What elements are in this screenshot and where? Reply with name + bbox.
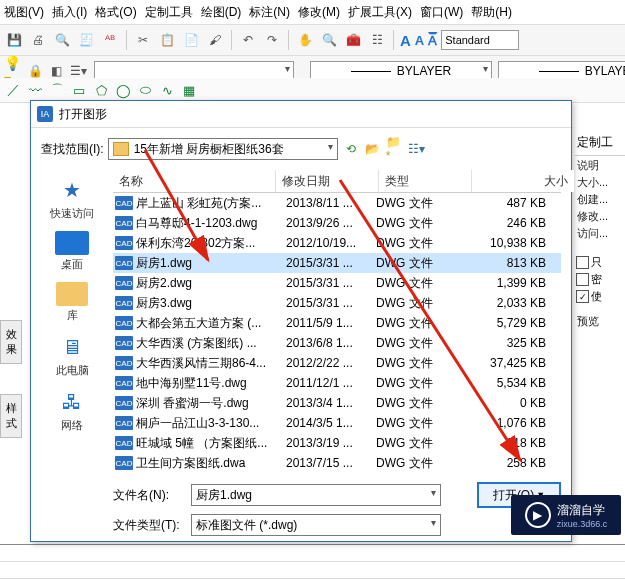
file-row[interactable]: CAD岸上蓝山 彩虹苑(方案...2013/8/11 ...DWG 文件487 …	[113, 193, 561, 213]
save-icon[interactable]: 💾	[4, 30, 24, 50]
cad-file-icon: CAD	[115, 336, 133, 350]
rect-icon[interactable]: ▭	[70, 81, 88, 99]
file-row[interactable]: CAD旺城域 5幢 （方案图纸...2013/3/19 ...DWG 文件818…	[113, 433, 561, 453]
properties-icon[interactable]: ☷	[367, 30, 387, 50]
ellipse-icon[interactable]: ⬭	[136, 81, 154, 99]
checkbox-row-1[interactable]: 只	[576, 255, 624, 270]
place-libraries[interactable]: 库	[56, 282, 88, 323]
checkbox-row-2[interactable]: 密	[576, 272, 624, 287]
filetype-combo[interactable]: 标准图文件 (*.dwg)	[191, 514, 441, 536]
polyline-icon[interactable]: 〰	[26, 81, 44, 99]
text-a2-icon[interactable]: A	[415, 33, 424, 48]
desktop-icon	[55, 231, 89, 255]
hatch-icon[interactable]: ▦	[180, 81, 198, 99]
paste-icon[interactable]: 📄	[181, 30, 201, 50]
text-style-value: Standard	[445, 34, 490, 46]
undo-icon[interactable]: ↶	[238, 30, 258, 50]
lookin-combo[interactable]: 15年新增 厨房橱柜图纸36套	[108, 138, 338, 160]
views-icon[interactable]: ☷▾	[408, 140, 426, 158]
file-date: 2013/7/15 ...	[286, 456, 376, 470]
menu-view[interactable]: 视图(V)	[4, 4, 44, 21]
menu-dim[interactable]: 标注(N)	[249, 4, 290, 21]
file-name: 白马尊邸4-1-1203.dwg	[136, 215, 286, 232]
separator	[126, 30, 127, 50]
spell-icon[interactable]: ᴬᴮ	[100, 30, 120, 50]
find-icon[interactable]: 🧾	[76, 30, 96, 50]
dock-tab-effects[interactable]: 效果	[0, 320, 22, 364]
menu-bar: 视图(V) 插入(I) 格式(O) 定制工具 绘图(D) 标注(N) 修改(M)…	[0, 0, 625, 25]
file-date: 2015/3/31 ...	[286, 296, 376, 310]
file-size: 1,399 KB	[456, 276, 554, 290]
cut-icon[interactable]: ✂	[133, 30, 153, 50]
info-created: 创建...	[577, 192, 623, 207]
command-line[interactable]	[0, 544, 625, 579]
file-row[interactable]: CAD厨房1.dwg2015/3/31 ...DWG 文件813 KB	[113, 253, 561, 273]
dock-tab-style[interactable]: 样式	[0, 394, 22, 438]
menu-window[interactable]: 窗口(W)	[420, 4, 463, 21]
file-row[interactable]: CAD地中海别墅11号.dwg2011/12/1 ...DWG 文件5,534 …	[113, 373, 561, 393]
copy-icon[interactable]: 📋	[157, 30, 177, 50]
file-row[interactable]: CAD大华西溪风情三期86-4...2012/2/22 ...DWG 文件37,…	[113, 353, 561, 373]
text-style-dropdown[interactable]: Standard	[441, 30, 519, 50]
preview-icon[interactable]: 🔍	[52, 30, 72, 50]
col-type[interactable]: 类型	[379, 170, 472, 192]
file-size: 2,033 KB	[456, 296, 554, 310]
dialog-title: 打开图形	[59, 106, 107, 123]
polygon-icon[interactable]: ⬠	[92, 81, 110, 99]
place-this-pc[interactable]: 🖥此电脑	[55, 333, 89, 378]
file-size: 5,729 KB	[456, 316, 554, 330]
back-icon[interactable]: ⟲	[342, 140, 360, 158]
file-row[interactable]: CAD大华西溪 (方案图纸) ...2013/6/8 1...DWG 文件325…	[113, 333, 561, 353]
text-a-icon[interactable]: A	[400, 32, 411, 49]
menu-format[interactable]: 格式(O)	[95, 4, 136, 21]
pan-icon[interactable]: ✋	[295, 30, 315, 50]
filename-combo[interactable]: 厨房1.dwg	[191, 484, 441, 506]
file-row[interactable]: CAD桐庐一品江山3-3-130...2014/3/5 1...DWG 文件1,…	[113, 413, 561, 433]
watermark: ▶ 溜溜自学 zixue.3d66.c	[511, 495, 621, 535]
text-a3-icon[interactable]: A̅	[428, 33, 437, 48]
file-date: 2012/2/22 ...	[286, 356, 376, 370]
file-name: 深圳 香蜜湖一号.dwg	[136, 395, 286, 412]
new-folder-icon[interactable]: 📁*	[386, 140, 404, 158]
checkbox-row-3[interactable]: ✓使	[576, 289, 624, 304]
network-icon: 🖧	[55, 388, 89, 416]
circle-icon[interactable]: ◯	[114, 81, 132, 99]
file-row[interactable]: CAD保利东湾20-302方案...2012/10/19...DWG 文件10,…	[113, 233, 561, 253]
file-row[interactable]: CAD卫生间方案图纸.dwa2013/7/15 ...DWG 文件258 KB	[113, 453, 561, 471]
file-row[interactable]: CAD白马尊邸4-1-1203.dwg2013/9/26 ...DWG 文件24…	[113, 213, 561, 233]
menu-ext[interactable]: 扩展工具(X)	[348, 4, 412, 21]
left-dock: 效果 样式	[0, 320, 22, 438]
menu-help[interactable]: 帮助(H)	[471, 4, 512, 21]
col-date[interactable]: 修改日期	[276, 170, 379, 192]
line-icon[interactable]: ／	[4, 81, 22, 99]
print-icon[interactable]: 🖨	[28, 30, 48, 50]
linetype-value: BYLAYER	[397, 64, 451, 78]
file-name: 大华西溪 (方案图纸) ...	[136, 335, 286, 352]
col-size[interactable]: 大小	[472, 170, 575, 192]
match-icon[interactable]: 🖌	[205, 30, 225, 50]
place-desktop[interactable]: 桌面	[55, 231, 89, 272]
file-row[interactable]: CAD大都会第五大道方案 (...2011/5/9 1...DWG 文件5,72…	[113, 313, 561, 333]
toolbox-icon[interactable]: 🧰	[343, 30, 363, 50]
checkbox-icon: ✓	[576, 290, 589, 303]
col-name[interactable]: 名称	[113, 170, 276, 192]
file-row[interactable]: CAD厨房3.dwg2015/3/31 ...DWG 文件2,033 KB	[113, 293, 561, 313]
redo-icon[interactable]: ↷	[262, 30, 282, 50]
place-network[interactable]: 🖧网络	[55, 388, 89, 433]
menu-custom[interactable]: 定制工具	[145, 4, 193, 21]
file-size: 1,076 KB	[456, 416, 554, 430]
file-row[interactable]: CAD厨房2.dwg2015/3/31 ...DWG 文件1,399 KB	[113, 273, 561, 293]
file-name: 厨房2.dwg	[136, 275, 286, 292]
menu-draw[interactable]: 绘图(D)	[201, 4, 242, 21]
menu-modify[interactable]: 修改(M)	[298, 4, 340, 21]
up-icon[interactable]: 📂	[364, 140, 382, 158]
play-icon: ▶	[525, 502, 551, 528]
file-row[interactable]: CAD深圳 香蜜湖一号.dwg2013/3/4 1...DWG 文件0 KB	[113, 393, 561, 413]
zoom-icon[interactable]: 🔍	[319, 30, 339, 50]
arc-icon[interactable]: ⌒	[48, 81, 66, 99]
spline-icon[interactable]: ∿	[158, 81, 176, 99]
file-type: DWG 文件	[376, 275, 456, 292]
cad-file-icon: CAD	[115, 376, 133, 390]
menu-insert[interactable]: 插入(I)	[52, 4, 87, 21]
place-quick-access[interactable]: ★快速访问	[50, 176, 94, 221]
